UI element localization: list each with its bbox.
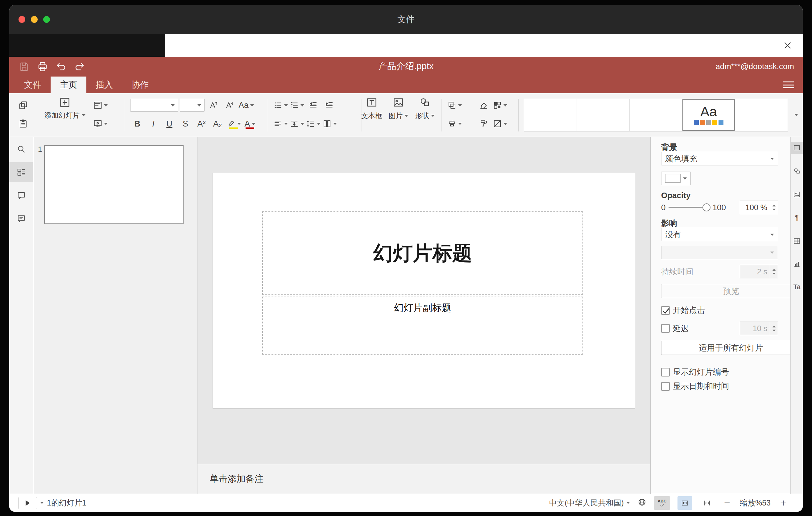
theme-option-3[interactable] bbox=[630, 99, 683, 131]
apply-to-all-slides-button[interactable]: 适用于所有幻灯片 bbox=[661, 341, 801, 355]
copy-button[interactable] bbox=[16, 98, 30, 112]
align-shapes-button[interactable] bbox=[447, 117, 462, 131]
theme-gallery-expand-button[interactable] bbox=[791, 109, 802, 121]
preview-button[interactable]: 预览 bbox=[661, 284, 801, 298]
opacity-spinner[interactable]: 100 % bbox=[740, 201, 778, 214]
zoom-out-button[interactable]: − bbox=[722, 497, 732, 509]
slide-settings-tab[interactable] bbox=[791, 142, 803, 154]
chart-settings-tab[interactable] bbox=[791, 258, 803, 270]
superscript-button[interactable]: A² bbox=[194, 117, 208, 131]
comments-button[interactable] bbox=[9, 186, 33, 205]
insert-shape-button[interactable]: 形状 bbox=[411, 97, 438, 121]
tab-collaboration[interactable]: 协作 bbox=[122, 77, 158, 93]
vertical-align-button[interactable] bbox=[290, 117, 304, 131]
duration-spinner[interactable]: 2 s bbox=[740, 265, 778, 278]
slider-handle[interactable] bbox=[702, 203, 710, 211]
arrange-button[interactable] bbox=[447, 98, 462, 112]
select-fill-button[interactable] bbox=[493, 117, 507, 131]
numbered-list-button[interactable] bbox=[290, 98, 304, 112]
background-color-select[interactable] bbox=[661, 172, 691, 185]
transition-effect-select[interactable]: 没有 bbox=[661, 228, 778, 241]
paragraph-settings-tab[interactable]: ¶ bbox=[791, 211, 803, 224]
slide-subtitle-placeholder[interactable]: 幻灯片副标题 bbox=[262, 296, 583, 354]
zoom-in-button[interactable]: + bbox=[778, 497, 788, 509]
font-color-button[interactable]: A bbox=[243, 117, 257, 131]
line-spacing-button[interactable] bbox=[306, 117, 321, 131]
transition-option-select[interactable] bbox=[661, 246, 778, 259]
spinner-arrows[interactable] bbox=[770, 322, 778, 335]
italic-button[interactable]: I bbox=[146, 117, 161, 131]
show-slide-number-checkbox[interactable] bbox=[661, 368, 670, 376]
theme-option-2[interactable] bbox=[577, 99, 630, 131]
feedback-button[interactable] bbox=[9, 209, 33, 229]
chevron-down-icon[interactable] bbox=[40, 502, 44, 504]
fit-to-width-button[interactable] bbox=[700, 496, 715, 510]
fit-to-slide-button[interactable] bbox=[677, 496, 692, 510]
paste-button[interactable] bbox=[16, 117, 30, 131]
horizontal-align-button[interactable] bbox=[273, 117, 288, 131]
decrease-indent-button[interactable] bbox=[306, 98, 320, 112]
slide-title-placeholder[interactable]: 幻灯片标题 bbox=[262, 211, 583, 295]
show-date-time-checkbox[interactable] bbox=[661, 382, 670, 391]
strikethrough-button[interactable]: S bbox=[178, 117, 193, 131]
theme-option-1[interactable] bbox=[524, 99, 577, 131]
align-left-icon bbox=[273, 119, 283, 128]
color-scheme-button[interactable] bbox=[493, 98, 507, 112]
clear-style-button[interactable] bbox=[477, 98, 491, 112]
background-fill-select[interactable]: 颜色填充 bbox=[661, 152, 778, 165]
document-language-button[interactable] bbox=[637, 497, 647, 509]
spinner-up-icon bbox=[773, 325, 776, 327]
search-button[interactable] bbox=[9, 139, 33, 159]
language-selector[interactable]: 中文(中华人民共和国) bbox=[549, 498, 630, 508]
delay-checkbox[interactable] bbox=[661, 324, 670, 333]
add-slide-button[interactable]: 添加幻灯片 bbox=[38, 97, 91, 120]
tab-insert[interactable]: 插入 bbox=[86, 77, 122, 93]
bullet-list-button[interactable] bbox=[273, 98, 288, 112]
slide-thumbnail[interactable] bbox=[44, 145, 183, 224]
theme-option-5[interactable] bbox=[735, 99, 788, 131]
spinner-arrows[interactable] bbox=[770, 201, 778, 214]
decrease-font-size-button[interactable] bbox=[223, 98, 237, 112]
tab-home[interactable]: 主页 bbox=[51, 77, 86, 93]
increase-font-size-button[interactable] bbox=[206, 98, 221, 112]
start-slideshow-button[interactable] bbox=[93, 117, 108, 131]
slide-layout-button[interactable] bbox=[93, 98, 108, 112]
insert-textbox-button[interactable]: 文本框 bbox=[358, 97, 385, 121]
start-on-click-checkbox[interactable] bbox=[661, 306, 670, 315]
bold-button[interactable]: B bbox=[130, 117, 144, 131]
increase-indent-button[interactable] bbox=[322, 98, 336, 112]
opacity-slider[interactable] bbox=[669, 207, 709, 208]
font-name-combo[interactable] bbox=[130, 99, 178, 112]
increase-font-icon bbox=[209, 101, 218, 110]
font-size-combo[interactable] bbox=[180, 99, 205, 112]
spinner-arrows[interactable] bbox=[770, 265, 778, 278]
chevron-down-icon bbox=[104, 123, 108, 125]
spellcheck-button[interactable]: ABC bbox=[654, 496, 670, 510]
menu-button[interactable] bbox=[783, 80, 794, 89]
chevron-down-icon bbox=[317, 123, 321, 125]
notes-area[interactable]: 单击添加备注 bbox=[198, 464, 650, 494]
play-icon bbox=[26, 500, 30, 506]
opacity-max-label: 100 bbox=[712, 203, 726, 212]
highlight-color-button[interactable] bbox=[227, 117, 241, 131]
tab-file[interactable]: 文件 bbox=[15, 77, 51, 93]
table-settings-tab[interactable] bbox=[791, 235, 803, 247]
shape-settings-tab[interactable] bbox=[791, 165, 803, 177]
subscript-button[interactable]: A₂ bbox=[210, 117, 225, 131]
paste-icon bbox=[19, 119, 28, 128]
textart-settings-tab[interactable]: Ta bbox=[791, 281, 803, 293]
columns-button[interactable] bbox=[322, 117, 337, 131]
slide[interactable]: 幻灯片标题 幻灯片副标题 bbox=[213, 173, 635, 408]
underline-button[interactable]: U bbox=[162, 117, 176, 131]
theme-option-selected[interactable]: Aa bbox=[683, 99, 735, 131]
image-settings-tab[interactable] bbox=[791, 188, 803, 201]
delay-spinner[interactable]: 10 s bbox=[740, 322, 778, 335]
home-toolbar: 添加幻灯片 bbox=[9, 93, 803, 137]
copy-style-button[interactable] bbox=[477, 117, 491, 131]
change-case-button[interactable]: Aa bbox=[238, 98, 254, 112]
insert-image-button[interactable]: 图片 bbox=[385, 97, 411, 121]
dialog-close-button[interactable] bbox=[781, 38, 795, 53]
start-slideshow-statusbar-button[interactable] bbox=[19, 497, 37, 509]
change-case-label: Aa bbox=[238, 101, 249, 110]
slides-panel-button[interactable] bbox=[9, 162, 33, 182]
